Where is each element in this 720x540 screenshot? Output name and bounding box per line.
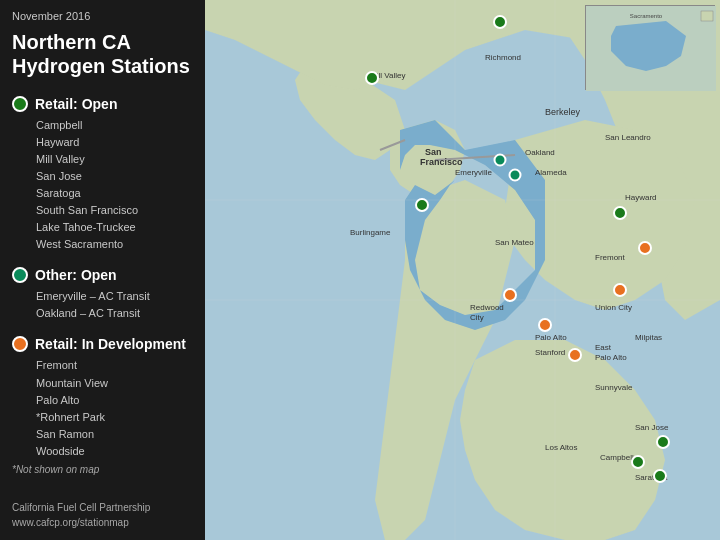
list-item: Palo Alto bbox=[36, 392, 193, 409]
svg-text:San Mateo: San Mateo bbox=[495, 238, 534, 247]
map-area[interactable]: Sacramento San Francisco Berkeley Oaklan… bbox=[205, 0, 720, 540]
legend-other-open: Other: Open Emeryville – AC Transit Oakl… bbox=[12, 267, 193, 322]
marker-san-jose bbox=[656, 435, 670, 449]
svg-text:Hayward: Hayward bbox=[625, 193, 657, 202]
svg-text:Burlingame: Burlingame bbox=[350, 228, 391, 237]
footer: California Fuel Cell Partnership www.caf… bbox=[12, 500, 193, 530]
legend-other-open-header: Other: Open bbox=[12, 267, 193, 283]
marker-mill-valley bbox=[365, 71, 379, 85]
svg-text:Sunnyvale: Sunnyvale bbox=[595, 383, 633, 392]
svg-text:Union City: Union City bbox=[595, 303, 632, 312]
marker-oakland-ac bbox=[509, 169, 522, 182]
svg-text:Palo Alto: Palo Alto bbox=[595, 353, 627, 362]
svg-text:San Leandro: San Leandro bbox=[605, 133, 651, 142]
svg-text:Los Altos: Los Altos bbox=[545, 443, 577, 452]
footnote: *Not shown on map bbox=[12, 464, 193, 475]
list-item: Mill Valley bbox=[36, 151, 193, 168]
list-item: San Jose bbox=[36, 168, 193, 185]
svg-text:Campbell: Campbell bbox=[600, 453, 634, 462]
svg-text:Emeryville: Emeryville bbox=[455, 168, 492, 177]
marker-hayward bbox=[613, 206, 627, 220]
other-open-items: Emeryville – AC Transit Oakland – AC Tra… bbox=[12, 288, 193, 322]
svg-text:City: City bbox=[470, 313, 484, 322]
retail-dev-dot bbox=[12, 336, 28, 352]
svg-text:Palo Alto: Palo Alto bbox=[535, 333, 567, 342]
svg-text:Francisco: Francisco bbox=[420, 157, 463, 167]
list-item: Mountain View bbox=[36, 375, 193, 392]
retail-open-dot bbox=[12, 96, 28, 112]
svg-text:Fremont: Fremont bbox=[595, 253, 626, 262]
svg-text:Richmond: Richmond bbox=[485, 53, 521, 62]
date-label: November 2016 bbox=[12, 10, 193, 22]
marker-palo-alto bbox=[538, 318, 552, 332]
footer-line1: California Fuel Cell Partnership bbox=[12, 500, 193, 515]
legend-retail-open: Retail: Open Campbell Hayward Mill Valle… bbox=[12, 96, 193, 253]
sidebar: November 2016 Northern CA Hydrogen Stati… bbox=[0, 0, 205, 540]
retail-open-items: Campbell Hayward Mill Valley San Jose Sa… bbox=[12, 117, 193, 253]
svg-text:Oakland: Oakland bbox=[525, 148, 555, 157]
svg-text:Sacramento: Sacramento bbox=[630, 13, 663, 19]
sidebar-content: November 2016 Northern CA Hydrogen Stati… bbox=[12, 10, 193, 489]
svg-text:Stanford: Stanford bbox=[535, 348, 565, 357]
svg-text:San Jose: San Jose bbox=[635, 423, 669, 432]
other-open-label: Other: Open bbox=[35, 267, 117, 283]
list-item: Hayward bbox=[36, 134, 193, 151]
svg-rect-47 bbox=[701, 11, 713, 21]
svg-text:San: San bbox=[425, 147, 442, 157]
legend-retail-dev-header: Retail: In Development bbox=[12, 336, 193, 352]
marker-emeryville-ac bbox=[494, 154, 507, 167]
marker-south-sf bbox=[415, 198, 429, 212]
marker-saratoga bbox=[653, 469, 667, 483]
list-item: Campbell bbox=[36, 117, 193, 134]
mini-map: Sacramento bbox=[585, 5, 715, 90]
svg-text:Redwood: Redwood bbox=[470, 303, 504, 312]
legend-retail-open-header: Retail: Open bbox=[12, 96, 193, 112]
mini-map-svg: Sacramento bbox=[586, 6, 716, 91]
title-line2: Hydrogen Stations bbox=[12, 55, 190, 77]
list-item: Emeryville – AC Transit bbox=[36, 288, 193, 305]
marker-san-ramon bbox=[638, 241, 652, 255]
marker-mountain-view bbox=[568, 348, 582, 362]
list-item: West Sacramento bbox=[36, 236, 193, 253]
list-item: Saratoga bbox=[36, 185, 193, 202]
list-item: Fremont bbox=[36, 357, 193, 374]
svg-text:Berkeley: Berkeley bbox=[545, 107, 581, 117]
list-item: South San Francisco bbox=[36, 202, 193, 219]
svg-text:Alameda: Alameda bbox=[535, 168, 567, 177]
marker-west-sacramento bbox=[493, 15, 507, 29]
list-item: *Rohnert Park bbox=[36, 409, 193, 426]
marker-woodside bbox=[503, 288, 517, 302]
retail-dev-items: Fremont Mountain View Palo Alto *Rohnert… bbox=[12, 357, 193, 459]
retail-open-label: Retail: Open bbox=[35, 96, 117, 112]
map-title: Northern CA Hydrogen Stations bbox=[12, 30, 193, 78]
marker-campbell bbox=[631, 455, 645, 469]
title-line1: Northern CA bbox=[12, 31, 131, 53]
svg-text:East: East bbox=[595, 343, 612, 352]
list-item: Lake Tahoe-Truckee bbox=[36, 219, 193, 236]
marker-fremont bbox=[613, 283, 627, 297]
list-item: Woodside bbox=[36, 443, 193, 460]
list-item: San Ramon bbox=[36, 426, 193, 443]
retail-dev-label: Retail: In Development bbox=[35, 336, 186, 352]
svg-text:Milpitas: Milpitas bbox=[635, 333, 662, 342]
legend-retail-dev: Retail: In Development Fremont Mountain … bbox=[12, 336, 193, 474]
other-open-dot bbox=[12, 267, 28, 283]
footer-line2: www.cafcp.org/stationmap bbox=[12, 515, 193, 530]
list-item: Oakland – AC Transit bbox=[36, 305, 193, 322]
